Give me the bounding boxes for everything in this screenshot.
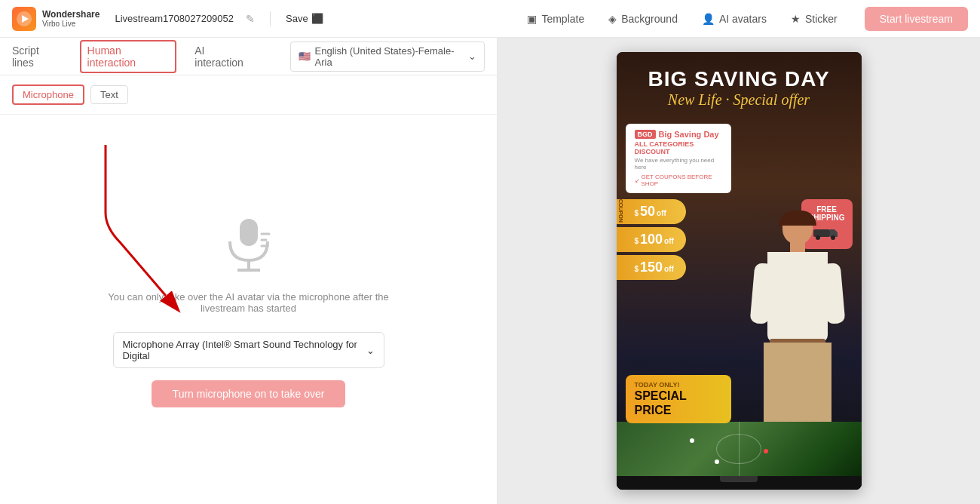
coupon-title: BGD Big Saving Day (635, 130, 722, 139)
coupon-link: ↙ GET COUPONS BEFORE SHOP (635, 174, 722, 187)
coupon-badge: BGD (635, 130, 656, 139)
language-selector[interactable]: 🇺🇸 English (United States)-Female-Aria ⌄ (290, 41, 485, 72)
coupon-desc: We have everything you need here (635, 157, 722, 171)
tab-ai-interaction[interactable]: AI interaction (194, 41, 253, 72)
tab-script-lines[interactable]: Script lines (12, 41, 62, 72)
left-panel: Script lines Human interaction AI intera… (0, 38, 498, 504)
coupon-strip-150: COUPON $ 150 off (617, 255, 686, 280)
language-label: English (United States)-Female-Aria (315, 45, 464, 68)
poster-title: BIG SAVING DAY New Life · Special offer (617, 67, 862, 109)
logo: Wondershare Virbo Live (12, 7, 100, 31)
ai-avatars-label: AI avatars (719, 13, 767, 25)
sub-tab-microphone[interactable]: Microphone (12, 85, 84, 105)
nav-sticker[interactable]: ★ Sticker (791, 13, 838, 25)
save-button[interactable]: Save ⬛ (286, 13, 323, 24)
project-name: Livestream1708027209052 (115, 13, 234, 24)
poster-background: BIG SAVING DAY New Life · Special offer … (617, 52, 862, 490)
today-price: SPECIAL PRICE (635, 389, 722, 417)
sticker-label: Sticker (805, 13, 838, 25)
avatar-area (733, 203, 862, 429)
poster-title-sub: New Life · Special offer (617, 91, 862, 109)
poster-title-main: BIG SAVING DAY (617, 67, 862, 91)
mic-area: You can only take over the AI avatar via… (98, 211, 400, 314)
coupon-strips: COUPON $ 50 off COUPON $ 100 off COUPON … (617, 199, 686, 280)
background-label: Background (621, 13, 678, 25)
topbar: Wondershare Virbo Live Livestream1708027… (0, 0, 980, 38)
template-icon: ▣ (527, 13, 537, 25)
coupon-strip-50: COUPON $ 50 off (617, 199, 686, 224)
today-label: TODAY ONLY! (635, 381, 722, 389)
edit-icon[interactable]: ✎ (246, 13, 255, 25)
logo-text-1: Wondershare (42, 9, 100, 20)
tv-stand (720, 476, 758, 482)
template-label: Template (541, 13, 584, 25)
chevron-down-icon: ⌄ (468, 51, 476, 62)
nav-ai-avatars[interactable]: 👤 AI avatars (702, 13, 767, 25)
preview-card: BIG SAVING DAY New Life · Special offer … (617, 52, 862, 490)
save-label: Save (286, 13, 308, 24)
sub-tab-bar: Microphone Text (0, 75, 497, 115)
tv-screen (617, 422, 862, 476)
today-banner: TODAY ONLY! SPECIAL PRICE (626, 375, 731, 423)
coupon-title-text: Big Saving Day (659, 130, 719, 139)
svg-rect-3 (240, 219, 258, 246)
dropdown-chevron-icon: ⌄ (366, 345, 375, 356)
microphone-dropdown[interactable]: Microphone Array (Intel® Smart Sound Tec… (113, 332, 384, 368)
sticker-icon: ★ (791, 13, 801, 25)
coupon-strip-100: COUPON $ 100 off (617, 227, 686, 252)
coupon-sub: ALL CATEGORIES DISCOUNT (635, 140, 722, 155)
nav-template[interactable]: ▣ Template (527, 13, 584, 25)
dropdown-label: Microphone Array (Intel® Smart Sound Tec… (123, 339, 366, 361)
flag-icon: 🇺🇸 (299, 51, 311, 62)
coupon-box: BGD Big Saving Day ALL CATEGORIES DISCOU… (626, 124, 731, 193)
microphone-icon (215, 211, 283, 279)
divider (270, 11, 271, 26)
nav-items: ▣ Template ◈ Background 👤 AI avatars ★ S… (527, 13, 837, 25)
tv-area (617, 422, 862, 490)
logo-text-2: Virbo Live (42, 20, 100, 28)
start-livestream-button[interactable]: Start livestream (865, 7, 968, 31)
tab-human-interaction[interactable]: Human interaction (80, 40, 177, 73)
ai-avatar-icon: 👤 (702, 13, 715, 25)
save-icon: ⬛ (311, 13, 323, 24)
content-area: You can only take over the AI avatar via… (0, 115, 497, 504)
tab-bar: Script lines Human interaction AI intera… (0, 38, 497, 75)
logo-icon (12, 7, 36, 31)
hint-text: You can only take over the AI avatar via… (98, 291, 400, 314)
nav-background[interactable]: ◈ Background (608, 13, 678, 25)
main-layout: Script lines Human interaction AI intera… (0, 38, 980, 504)
turn-on-microphone-button[interactable]: Turn microphone on to take over (152, 380, 346, 407)
right-panel: BIG SAVING DAY New Life · Special offer … (498, 38, 980, 504)
background-icon: ◈ (608, 13, 617, 25)
sub-tab-text[interactable]: Text (90, 85, 128, 104)
